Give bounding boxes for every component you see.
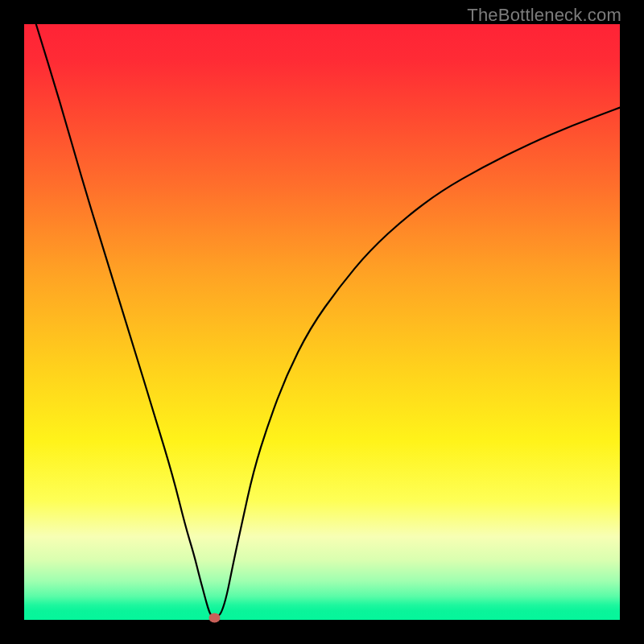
plot-area [24, 24, 620, 620]
bottleneck-curve [24, 24, 620, 620]
chart-frame: TheBottleneck.com [0, 0, 644, 644]
watermark: TheBottleneck.com [467, 5, 621, 26]
optimum-marker [209, 613, 220, 622]
